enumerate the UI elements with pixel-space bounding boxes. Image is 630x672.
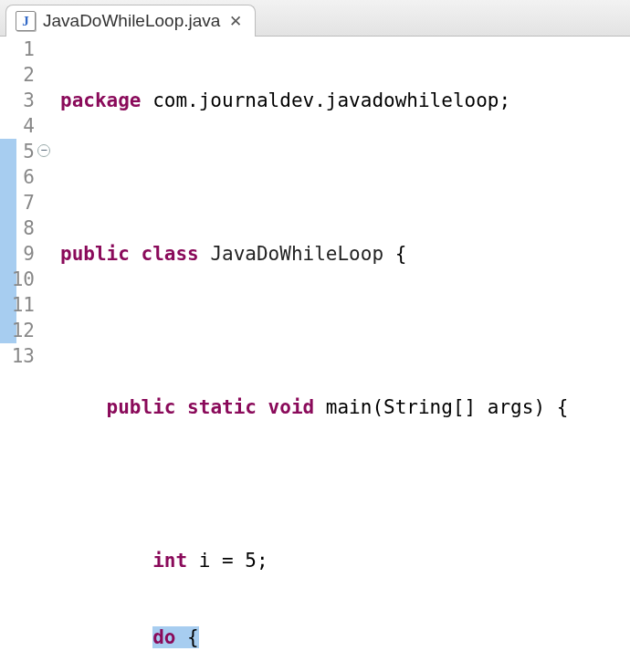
- line-number: 4: [0, 113, 35, 139]
- code-line: [60, 318, 630, 343]
- code-line: [60, 471, 630, 497]
- line-number: 5: [0, 139, 35, 164]
- close-icon[interactable]: ✕: [227, 13, 244, 29]
- line-number: 6: [0, 164, 35, 190]
- code-line: int i = 5;: [60, 548, 630, 573]
- fold-toggle-icon[interactable]: −: [37, 144, 50, 157]
- line-number: 12: [0, 318, 35, 343]
- line-number: 3: [0, 88, 35, 113]
- editor-panel: J JavaDoWhileLoop.java ✕ 1 2 3 4 5 6 7 8…: [0, 0, 630, 672]
- code-line: do {: [60, 625, 630, 650]
- line-number: 13: [0, 343, 35, 369]
- code-line: public class JavaDoWhileLoop {: [60, 241, 630, 267]
- line-number: 1: [0, 37, 35, 62]
- code-line: public static void main(String[] args) {: [60, 394, 630, 420]
- line-number: 10: [0, 267, 35, 292]
- java-file-icon: J: [16, 11, 36, 31]
- code-body[interactable]: package com.journaldev.javadowhileloop; …: [49, 37, 630, 672]
- code-area: 1 2 3 4 5 6 7 8 9 10 11 12 13 − package …: [0, 37, 630, 672]
- editor-tab-bar: J JavaDoWhileLoop.java ✕: [0, 0, 630, 37]
- line-number-gutter: 1 2 3 4 5 6 7 8 9 10 11 12 13: [0, 37, 40, 672]
- editor-tab[interactable]: J JavaDoWhileLoop.java ✕: [5, 5, 256, 37]
- line-number: 8: [0, 215, 35, 241]
- editor-tab-filename: JavaDoWhileLoop.java: [43, 11, 220, 31]
- code-line: [60, 164, 630, 190]
- line-number: 9: [0, 241, 35, 267]
- line-number: 11: [0, 292, 35, 318]
- code-line: package com.journaldev.javadowhileloop;: [60, 88, 630, 113]
- fold-strip: −: [40, 37, 49, 672]
- line-number: 7: [0, 190, 35, 215]
- line-number: 2: [0, 62, 35, 88]
